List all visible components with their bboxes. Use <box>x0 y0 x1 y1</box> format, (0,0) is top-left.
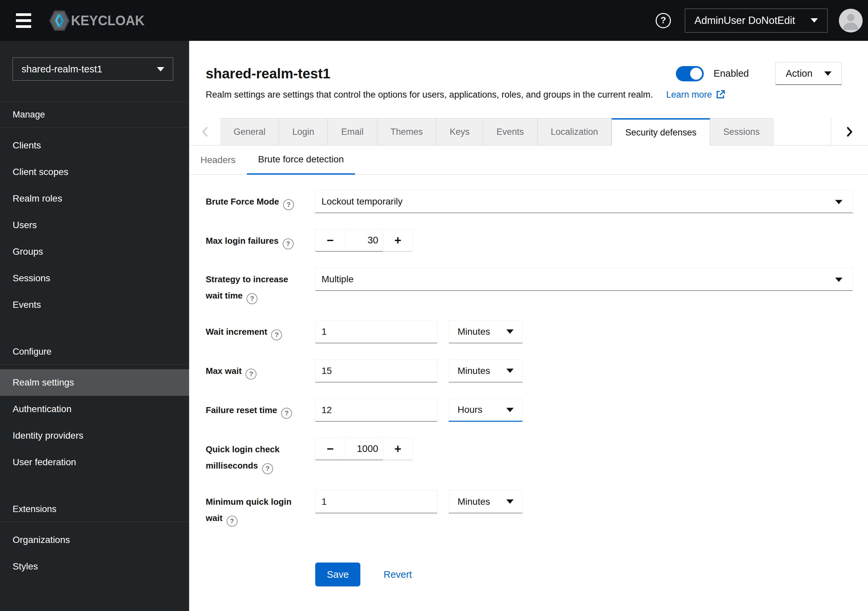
help-icon[interactable]: ? <box>656 13 671 28</box>
brute-force-detection-form: Brute Force Mode? Lockout temporarily Ma… <box>189 175 868 586</box>
nav-section-title-configure: Configure <box>0 339 189 365</box>
quick-login-check-value[interactable]: 1000 <box>345 438 383 460</box>
brute-force-mode-label: Brute Force Mode <box>206 197 279 207</box>
tab-localization[interactable]: Localization <box>538 118 612 145</box>
user-menu-dropdown[interactable]: AdminUser DoNotEdit <box>685 9 828 33</box>
max-login-failures-value[interactable]: 30 <box>345 229 383 252</box>
tab-email[interactable]: Email <box>328 118 377 145</box>
field-label: Quick login check milliseconds? <box>206 438 315 474</box>
tab-login[interactable]: Login <box>279 118 328 145</box>
failure-reset-time-unit-select[interactable]: Hours <box>449 398 522 422</box>
min-quick-login-wait-input[interactable] <box>315 490 437 513</box>
chevron-down-icon <box>824 72 831 76</box>
min-quick-login-wait-label: Minimum quick login wait <box>206 497 291 523</box>
help-icon[interactable]: ? <box>271 330 282 340</box>
help-icon[interactable]: ? <box>245 368 256 379</box>
chevron-down-icon <box>506 499 514 504</box>
subtab-headers[interactable]: Headers <box>189 145 247 174</box>
nav-section-manage: Manage Clients Client scopes Realm roles… <box>0 102 189 321</box>
sidebar-item-styles[interactable]: Styles <box>0 553 189 580</box>
sidebar-item-realm-settings[interactable]: Realm settings <box>0 369 189 396</box>
field-label: Failure reset time? <box>206 398 315 419</box>
sidebar-item-events[interactable]: Events <box>0 292 189 318</box>
sidebar-item-users[interactable]: Users <box>0 212 189 238</box>
sidebar-item-groups[interactable]: Groups <box>0 238 189 265</box>
sidebar: shared-realm-test1 Manage Clients Client… <box>0 41 189 611</box>
form-row-failure-reset-time: Failure reset time? Hours <box>206 398 868 422</box>
user-menu-label: AdminUser DoNotEdit <box>694 15 795 26</box>
tabs-scroll-left-button[interactable] <box>189 118 220 145</box>
tab-keys[interactable]: Keys <box>436 118 483 145</box>
plus-button[interactable]: + <box>383 438 413 460</box>
wait-increment-unit-select[interactable]: Minutes <box>449 320 522 344</box>
form-row-max-wait: Max wait? Minutes <box>206 359 868 382</box>
sidebar-item-client-scopes[interactable]: Client scopes <box>0 159 189 185</box>
wait-increment-label: Wait increment <box>206 327 267 337</box>
sidebar-item-organizations[interactable]: Organizations <box>0 527 189 553</box>
help-icon[interactable]: ? <box>246 293 257 304</box>
min-quick-login-wait-unit-value: Minutes <box>457 496 490 507</box>
minus-button[interactable]: − <box>315 229 345 252</box>
tabs-scroll-right-button[interactable] <box>831 118 868 145</box>
tab-events[interactable]: Events <box>483 118 538 145</box>
action-dropdown-label: Action <box>786 68 812 79</box>
wait-increment-unit-value: Minutes <box>457 326 490 337</box>
brute-force-mode-select[interactable]: Lockout temporarily <box>315 190 853 213</box>
strategy-value: Multiple <box>321 274 353 285</box>
field-label: Minimum quick login wait? <box>206 490 315 527</box>
subtab-brute-force-detection[interactable]: Brute force detection <box>247 145 355 175</box>
realm-selector-label: shared-realm-test1 <box>22 64 102 75</box>
realm-selector-dropdown[interactable]: shared-realm-test1 <box>12 58 173 81</box>
revert-button[interactable]: Revert <box>381 569 414 580</box>
main-content: shared-realm-test1 Realm settings are se… <box>189 41 868 611</box>
tab-spacer <box>773 118 831 145</box>
keycloak-logo: KEYCLOAK <box>48 9 149 32</box>
sidebar-item-realm-roles[interactable]: Realm roles <box>0 185 189 212</box>
tab-sessions[interactable]: Sessions <box>710 118 773 145</box>
nav-section-title-manage: Manage <box>0 102 189 127</box>
avatar[interactable] <box>839 9 863 33</box>
realm-enabled-toggle[interactable] <box>676 66 704 81</box>
chevron-down-icon <box>811 18 818 23</box>
sidebar-item-identity-providers[interactable]: Identity providers <box>0 422 189 449</box>
sidebar-item-sessions[interactable]: Sessions <box>0 265 189 292</box>
max-wait-unit-select[interactable]: Minutes <box>449 359 522 382</box>
save-button[interactable]: Save <box>315 563 360 586</box>
form-row-wait-increment: Wait increment? Minutes <box>206 320 868 344</box>
plus-button[interactable]: + <box>383 229 413 252</box>
learn-more-link[interactable]: Learn more <box>666 88 725 101</box>
field-label: Wait increment? <box>206 320 315 340</box>
help-icon[interactable]: ? <box>262 463 273 474</box>
max-wait-label: Max wait <box>206 366 242 376</box>
action-dropdown-button[interactable]: Action <box>775 62 842 85</box>
tab-general[interactable]: General <box>220 118 279 145</box>
tab-themes[interactable]: Themes <box>377 118 437 145</box>
chevron-down-icon <box>506 368 514 373</box>
wait-increment-input[interactable] <box>315 320 437 344</box>
min-quick-login-wait-unit-select[interactable]: Minutes <box>449 490 522 513</box>
tab-security-defenses[interactable]: Security defenses <box>612 118 710 145</box>
nav-section-extensions: Extensions Organizations Styles <box>0 497 189 583</box>
masthead: KEYCLOAK ? AdminUser DoNotEdit <box>0 0 868 41</box>
help-icon[interactable]: ? <box>281 408 292 419</box>
minus-button[interactable]: − <box>315 438 345 460</box>
keycloak-logo-text: KEYCLOAK <box>71 12 145 28</box>
help-icon[interactable]: ? <box>283 199 294 210</box>
realm-settings-tabs: General Login Email Themes Keys Events L… <box>189 118 868 145</box>
help-icon[interactable]: ? <box>283 238 294 249</box>
nav-toggle-hamburger-icon[interactable] <box>16 13 31 28</box>
max-wait-unit-value: Minutes <box>457 365 490 376</box>
chevron-down-icon <box>157 67 164 72</box>
max-login-failures-stepper: − 30 + <box>315 229 413 252</box>
form-row-max-login-failures: Max login failures? − 30 + <box>206 229 868 252</box>
sidebar-item-authentication[interactable]: Authentication <box>0 396 189 422</box>
sidebar-item-clients[interactable]: Clients <box>0 132 189 159</box>
learn-more-label: Learn more <box>666 88 712 101</box>
sidebar-item-user-federation[interactable]: User federation <box>0 449 189 476</box>
page-description: Realm settings are settings that control… <box>206 88 653 101</box>
help-icon[interactable]: ? <box>226 516 237 527</box>
failure-reset-time-input[interactable] <box>315 398 437 422</box>
strategy-select[interactable]: Multiple <box>315 267 853 291</box>
max-wait-input[interactable] <box>315 359 437 382</box>
chevron-left-icon <box>201 126 209 137</box>
